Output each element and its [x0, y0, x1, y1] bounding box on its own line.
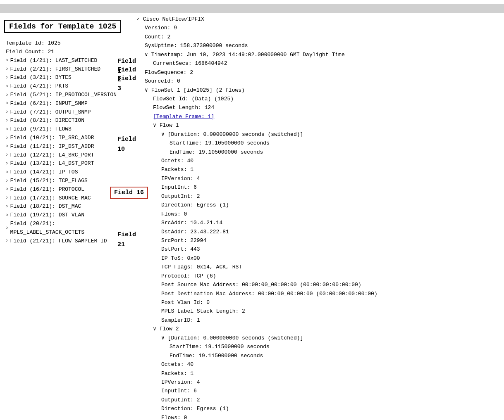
flow1-inputint: InputInt: 6 — [136, 183, 500, 192]
fields-title-box: Fields for Template 1025 — [4, 20, 121, 33]
expand-arrow-9: > — [6, 126, 9, 133]
field-item-19[interactable]: > Field (19/21): DST_VLAN — [6, 211, 128, 220]
field-item-7[interactable]: > Field (7/21): OUTPUT_SNMP — [6, 108, 128, 117]
field-label-19: Field (19/21): DST_VLAN — [10, 211, 84, 220]
expand-arrow-14: > — [6, 169, 9, 176]
annotation-field3: Field 3 — [117, 74, 136, 94]
field-item-11[interactable]: > Field (11/21): IP_DST_ADDR — [6, 142, 128, 151]
right-panel: ✓ Cisco NetFlow/IPFIX Version: 9 Count: … — [132, 15, 504, 420]
annotation-field10: Field 10 — [117, 135, 136, 154]
field-item-12[interactable]: > Field (12/21): L4_SRC_PORT — [6, 151, 128, 160]
flowset-line[interactable]: ∨ FlowSet 1 [id=1025] (2 flows) — [136, 86, 500, 95]
flowseq-line: FlowSequence: 2 — [136, 68, 500, 77]
expand-arrow-5: > — [6, 92, 9, 99]
flow2-endtime: EndTime: 19.115000000 seconds — [136, 351, 500, 360]
flow1-outputint: OutputInt: 2 — [136, 192, 500, 201]
flow1-dst-mac: Post Destination Mac Address: 00:00:00_0… — [136, 289, 500, 298]
field-item-10[interactable]: > Field (10/21): IP_SRC_ADDR Field 10 — [6, 134, 128, 142]
expand-arrow-17: > — [6, 195, 9, 202]
field-item-21[interactable]: > Field (21/21): FLOW_SAMPLER_ID Field 2… — [6, 237, 128, 246]
netflow-header[interactable]: ✓ Cisco NetFlow/IPFIX — [136, 15, 500, 24]
template-frame-link[interactable]: [Template Frame: 1] — [153, 114, 214, 120]
field-label-2: Field (2/21): FIRST_SWITCHED — [10, 65, 100, 74]
annotation-field21: Field 21 — [117, 230, 136, 250]
field-label-3: Field (3/21): BYTES — [10, 74, 72, 82]
field-item-4[interactable]: > Field (4/21): PKTS — [6, 82, 128, 91]
field-item-18[interactable]: > Field (18/21): DST_MAC — [6, 202, 128, 211]
field-label-20: Field (20/21): MPLS_LABEL_STACK_OCTETS — [10, 220, 128, 237]
flow1-tcpflags: TCP Flags: 0x14, ACK, RST — [136, 263, 500, 271]
field-item-2[interactable]: > Field (2/21): FIRST_SWITCHED Field 2 — [6, 65, 128, 74]
flow1-vlan: Post Vlan Id: 0 — [136, 298, 500, 307]
field-item-5[interactable]: > Field (5/21): IP_PROTOCOL_VERSION — [6, 91, 128, 100]
field-item-16[interactable]: > Field (16/21): PROTOCOL Field 16 — [6, 185, 128, 194]
expand-arrow-18: > — [6, 203, 9, 211]
expand-arrow-16: > — [6, 186, 9, 193]
flow1-packets: Packets: 1 — [136, 165, 500, 174]
flow1-src-mac: Post Source Mac Address: 00:00:00_00:00:… — [136, 280, 500, 289]
template-id: Template Id: 1025 — [6, 39, 128, 47]
flow2-duration[interactable]: ∨ [Duration: 0.000000000 seconds (switch… — [136, 334, 500, 342]
field-label-8: Field (8/21): DIRECTION — [10, 116, 84, 125]
field-item-9[interactable]: > Field (9/21): FLOWS — [6, 125, 128, 134]
flow2-starttime: StartTime: 19.115000000 seconds — [136, 342, 500, 351]
flow1-iptos: IP ToS: 0x00 — [136, 254, 500, 263]
field-label-1: Field (1/21): LAST_SWITCHED — [10, 57, 98, 65]
expand-arrow-2: > — [6, 66, 9, 73]
flow2-packets: Packets: 1 — [136, 369, 500, 378]
expand-arrow-15: > — [6, 178, 9, 185]
flow1-header[interactable]: ∨ Flow 1 — [136, 121, 500, 130]
left-panel: Fields for Template 1025 Template Id: 10… — [0, 15, 132, 420]
field-item-6[interactable]: > Field (6/21): INPUT_SNMP — [6, 100, 128, 108]
version-line: Version: 9 — [136, 24, 500, 32]
field-item-1[interactable]: > Field (1/21): LAST_SWITCHED Field 1 — [6, 57, 128, 65]
flow1-duration[interactable]: ∨ [Duration: 0.000000000 seconds (switch… — [136, 130, 500, 139]
field-item-14[interactable]: > Field (14/21): IP_TOS — [6, 168, 128, 177]
field-list: Template Id: 1025 Field Count: 21 > Fiel… — [4, 39, 128, 245]
field-label-5: Field (5/21): IP_PROTOCOL_VERSION — [10, 91, 117, 100]
flow1-flows: Flows: 0 — [136, 210, 500, 218]
expand-arrow-13: > — [6, 160, 9, 168]
flow1-protocol: Protocol: TCP (6) — [136, 272, 500, 280]
field-item-20[interactable]: > Field (20/21): MPLS_LABEL_STACK_OCTETS — [6, 220, 128, 237]
field-label-17: Field (17/21): SOURCE_MAC — [10, 194, 91, 203]
field-label-7: Field (7/21): OUTPUT_SNMP — [10, 108, 91, 117]
field-label-9: Field (9/21): FLOWS — [10, 125, 72, 134]
flow2-header[interactable]: ∨ Flow 2 — [136, 325, 500, 333]
flow2-octets: Octets: 40 — [136, 360, 500, 369]
currentsecs-line: CurrentSecs: 1686404942 — [136, 59, 500, 68]
flow1-octets: Octets: 40 — [136, 157, 500, 165]
field-label-21: Field (21/21): FLOW_SAMPLER_ID — [10, 237, 107, 246]
content-area: Fields for Template 1025 Template Id: 10… — [0, 15, 504, 420]
flow2-ipversion: IPVersion: 4 — [136, 378, 500, 387]
field-item-13[interactable]: > Field (13/21): L4_DST_PORT — [6, 159, 128, 168]
expand-arrow-19: > — [6, 212, 9, 219]
field-label-6: Field (6/21): INPUT_SNMP — [10, 100, 88, 108]
flow1-endtime: EndTime: 19.105000000 seconds — [136, 148, 500, 157]
field-item-15[interactable]: > Field (15/21): TCP_FLAGS — [6, 177, 128, 185]
field-item-8[interactable]: > Field (8/21): DIRECTION — [6, 116, 128, 125]
expand-arrow-20: > — [6, 225, 9, 232]
count-line: Count: 2 — [136, 33, 500, 41]
flow1-dstaddr: DstAddr: 23.43.222.81 — [136, 228, 500, 236]
field-item-3[interactable]: > Field (3/21): BYTES Field 3 — [6, 74, 128, 82]
flow1-direction: Direction: Egress (1) — [136, 201, 500, 209]
expand-arrow-8: > — [6, 117, 9, 125]
flow2-outputint: OutputInt: 2 — [136, 396, 500, 404]
flowset-id-line: FlowSet Id: (Data) (1025) — [136, 95, 500, 103]
expand-arrow-4: > — [6, 83, 9, 90]
flow2-inputint: InputInt: 6 — [136, 387, 500, 395]
timestamp-line[interactable]: ∨ Timestamp: Jun 10, 2023 14:49:02.00000… — [136, 50, 500, 59]
template-frame-line[interactable]: [Template Frame: 1] — [136, 112, 500, 121]
fields-container: > Field (1/21): LAST_SWITCHED Field 1 > … — [6, 57, 128, 246]
field-label-14: Field (14/21): IP_TOS — [10, 168, 78, 177]
flow2-direction: Direction: Egress (1) — [136, 404, 500, 413]
flow1-srcaddr: SrcAddr: 10.4.21.14 — [136, 218, 500, 227]
field-label-12: Field (12/21): L4_SRC_PORT — [10, 151, 94, 160]
flow1-dstport: DstPort: 443 — [136, 245, 500, 254]
expand-arrow-7: > — [6, 109, 9, 116]
expand-arrow-12: > — [6, 152, 9, 159]
expand-arrow-6: > — [6, 100, 9, 107]
field-label-15: Field (15/21): TCP_FLAGS — [10, 177, 88, 185]
sysuptime-line: SysUptime: 158.373000000 seconds — [136, 41, 500, 50]
